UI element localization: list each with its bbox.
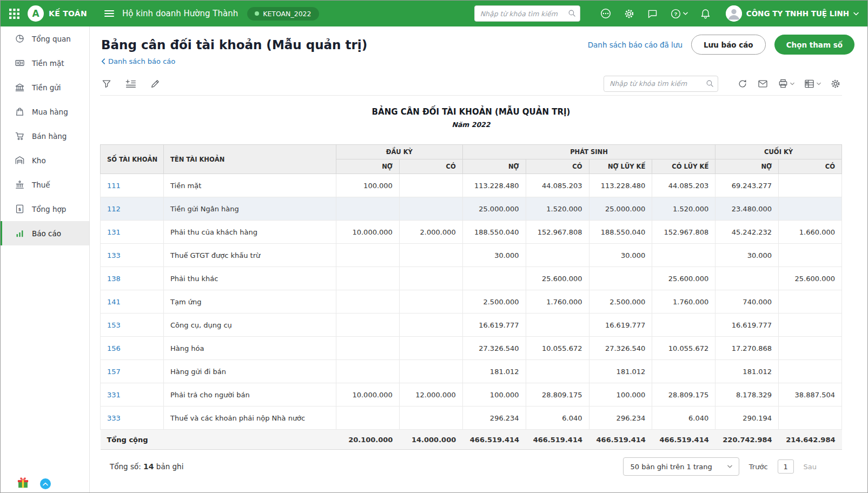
amount-cell: 188.550.040 [462,221,526,244]
hamburger-button[interactable] [104,10,114,17]
mail-icon [757,78,768,89]
breadcrumb[interactable]: Danh sách báo cáo [90,55,867,65]
page-size-select[interactable]: 50 bản ghi trên 1 trang [623,457,739,476]
main-content: Bảng cân đối tài khoản (Mẫu quản trị) Da… [90,26,867,492]
table-row[interactable]: 157Hàng gửi đi bán181.012181.012181.012 [101,360,842,383]
table-search-input[interactable] [604,76,718,92]
column-header-closing-credit[interactable]: CÓ [779,159,842,174]
column-header-opening-credit[interactable]: CÓ [399,159,462,174]
amount-cell [779,360,842,383]
column-header-movement-debit[interactable]: NỢ [462,159,526,174]
account-number-link[interactable]: 157 [107,368,121,376]
column-header-name[interactable]: TÊN TÀI KHOẢN [164,145,336,174]
refresh-button[interactable] [737,78,748,89]
amount-cell: 6.040 [652,407,715,430]
chat-button[interactable] [647,8,658,19]
warehouse-icon [15,155,25,165]
account-number-link[interactable]: 141 [107,298,121,306]
column-header-opening-debit[interactable]: NỢ [336,159,400,174]
bar-chart-icon [15,228,25,238]
account-number-cell: 131 [101,221,164,244]
cash-icon [15,58,25,68]
amount-cell: 25.600.000 [652,267,715,290]
account-number-link[interactable]: 133 [107,251,121,259]
amount-cell [652,360,715,383]
settings-button[interactable] [624,8,635,19]
next-page-button[interactable]: Sau [804,463,817,471]
sidebar-item-mua-hang[interactable]: Mua hàng [1,99,89,124]
sidebar-item-ban-hang[interactable]: Bán hàng [1,124,89,148]
sidebar-item-thue[interactable]: Thuế [1,172,89,197]
account-name-cell: Phải trả cho người bán [164,383,336,407]
table-row[interactable]: 333Thuế và các khoản phải nộp Nhà nước29… [101,407,842,430]
sidebar-item-tien-gui[interactable]: Tiền gửi [1,75,89,99]
column-header-closing-debit[interactable]: NỢ [715,159,779,174]
account-name-cell: Thuế GTGT được khấu trừ [164,244,336,267]
table-row[interactable]: 156Hàng hóa27.326.54010.055.67227.326.54… [101,337,842,360]
amount-cell [336,360,400,383]
print-button[interactable] [778,78,794,89]
back-chevron-icon [101,58,105,64]
sidebar-item-label: Kho [32,156,46,165]
database-badge[interactable]: KETOAN_2022 [247,7,319,21]
column-header-movement-credit[interactable]: CÓ [526,159,589,174]
amount-cell [336,314,400,337]
amount-cell [715,267,779,290]
amount-cell [399,314,462,337]
table-row[interactable]: 133Thuế GTGT được khấu trừ30.00030.00030… [101,244,842,267]
more-button[interactable] [600,8,612,19]
saved-reports-link[interactable]: Danh sách báo cáo đã lưu [588,41,683,49]
save-report-button[interactable]: Lưu báo cáo [691,35,766,55]
choose-params-button[interactable]: Chọn tham số [774,35,854,55]
sidebar: Tổng quan Tiền mặt Tiền gửi Mua hàng Bán… [1,26,90,492]
amount-cell: 23.480.000 [715,197,779,221]
page-number-input[interactable] [778,459,794,474]
column-header-credit-accum[interactable]: CÓ LŨY KẾ [652,159,715,174]
table-settings-button[interactable] [830,78,841,89]
account-number-link[interactable]: 153 [107,321,121,329]
shopping-bag-icon [15,106,25,117]
account-number-link[interactable]: 112 [107,205,121,213]
account-number-link[interactable]: 156 [107,344,121,352]
column-header-account[interactable]: SỐ TÀI KHOẢN [101,145,164,174]
account-menu[interactable]: CÔNG TY TNHH TUỆ LINH [746,9,859,18]
apps-grid-button[interactable] [9,9,19,19]
sidebar-item-tong-quan[interactable]: Tổng quan [1,26,89,51]
account-number-link[interactable]: 138 [107,275,121,283]
email-button[interactable] [757,78,768,89]
prev-page-button[interactable]: Trước [749,463,768,471]
account-number-link[interactable]: 331 [107,391,121,399]
add-row-icon [125,78,137,89]
table-row[interactable]: 141Tạm ứng2.500.0001.760.0002.500.0001.7… [101,290,842,314]
account-number-link[interactable]: 111 [107,182,121,190]
account-number-cell: 156 [101,337,164,360]
export-excel-button[interactable] [804,78,821,89]
sidebar-item-tong-hop[interactable]: $ Tổng hợp [1,197,89,221]
topbar-search-input[interactable] [474,5,580,22]
scroll-top-button[interactable] [40,478,51,489]
table-row[interactable]: 111Tiền mặt100.000113.228.48044.085.2031… [101,174,842,197]
sidebar-item-bao-cao[interactable]: Báo cáo [1,221,89,245]
sidebar-item-tien-mat[interactable]: Tiền mặt [1,51,89,75]
table-row[interactable]: 153Công cụ, dụng cụ16.619.77716.619.7771… [101,314,842,337]
sidebar-item-kho[interactable]: Kho [1,148,89,172]
amount-cell: 45.242.232 [715,221,779,244]
notifications-button[interactable] [700,8,711,19]
table-row[interactable]: 131Phải thu của khách hàng10.000.0002.00… [101,221,842,244]
edit-button[interactable] [150,78,161,89]
amount-cell: 10.000.000 [336,383,400,407]
brand[interactable]: A KẾ TOÁN [28,5,87,22]
table-row[interactable]: 138Phải thu khác25.600.00025.600.00025.6… [101,267,842,290]
account-number-link[interactable]: 333 [107,414,121,422]
column-header-debit-accum[interactable]: NỢ LŨY KẾ [589,159,652,174]
help-button[interactable]: ? [670,8,688,19]
table-row[interactable]: 112Tiền gửi Ngân hàng25.000.0001.520.000… [101,197,842,221]
add-row-button[interactable] [125,78,137,89]
table-row[interactable]: 331Phải trả cho người bán10.000.00012.00… [101,383,842,407]
filter-button[interactable] [101,78,112,89]
chat-icon [647,8,658,19]
amount-cell: 740.000 [715,290,779,314]
gift-icon[interactable] [16,475,30,489]
account-number-link[interactable]: 131 [107,228,121,236]
avatar[interactable] [726,5,742,22]
